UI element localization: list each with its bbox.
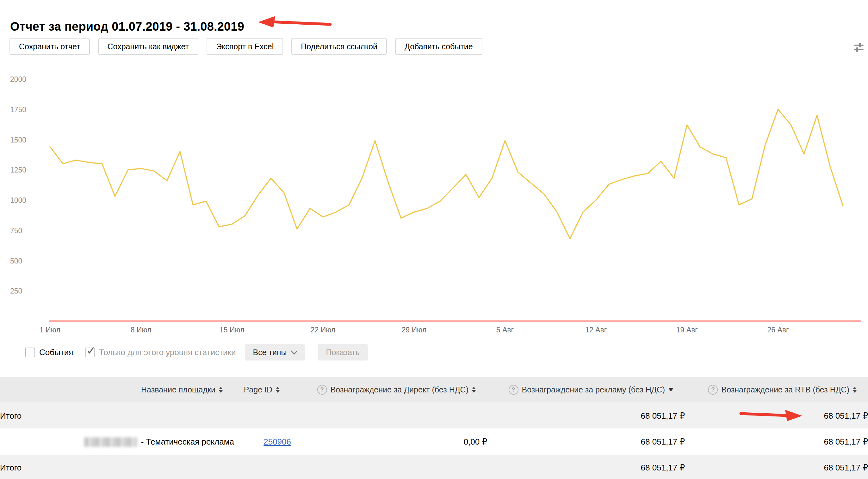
column-header-ads-reward[interactable]: Вознаграждение за рекламу (без НДС) (487, 377, 685, 403)
show-button[interactable]: Показать (318, 344, 368, 361)
sort-icon[interactable] (853, 387, 857, 393)
events-checkbox-label: События (39, 348, 73, 357)
sort-desc-icon[interactable] (669, 388, 674, 391)
add-event-button[interactable]: Добавить событие (395, 38, 483, 55)
site-direct-value: 0,00 ₽ (291, 429, 487, 455)
sort-icon[interactable] (472, 387, 476, 393)
y-axis-label: 1500 (10, 136, 26, 144)
blurred-site-name (84, 437, 137, 447)
y-axis-label: 1250 (10, 166, 26, 174)
y-axis-label: 2000 (10, 75, 26, 83)
sort-icon[interactable] (276, 387, 280, 393)
share-link-button[interactable]: Поделиться ссылкой (291, 38, 387, 55)
level-only-checkbox[interactable]: Только для этого уровня статистики (85, 348, 236, 357)
events-checkbox-box[interactable] (25, 348, 35, 357)
y-axis-label: 1000 (10, 196, 26, 204)
total-label: Итого (0, 455, 234, 479)
y-axis-label: 1750 (10, 106, 26, 114)
total-rtb-value: 68 051,17 ₽ (685, 403, 868, 429)
site-ads-value: 68 051,17 ₽ (487, 429, 685, 455)
table-header-row: Название площадки Page ID Вознаграждение… (0, 377, 868, 403)
total-direct-value (291, 403, 487, 429)
x-axis-label: 22 Июл (311, 326, 336, 334)
total-ads-value: 68 051,17 ₽ (487, 403, 685, 429)
site-name-cell: - Тематическая реклама (0, 429, 234, 455)
x-axis-label: 26 Авг (767, 326, 789, 334)
help-icon[interactable] (509, 385, 519, 395)
total-ads-value: 68 051,17 ₽ (487, 455, 685, 479)
table-row-site: - Тематическая реклама 250906 0,00 ₽ 68 … (0, 429, 868, 455)
total-direct-value (291, 455, 487, 479)
column-header-site-name[interactable]: Название площадки (0, 377, 234, 403)
total-rtb-value: 68 051,17 ₽ (685, 455, 868, 479)
x-axis-label: 29 Июл (401, 326, 426, 334)
y-axis-label: 250 (10, 287, 22, 295)
level-only-checkbox-label: Только для этого уровня статистики (99, 348, 236, 357)
chart-controls: События Только для этого уровня статисти… (25, 343, 368, 362)
revenue-line-series (50, 109, 843, 239)
total-label: Итого (0, 403, 234, 429)
save-report-button[interactable]: Сохранить отчет (9, 38, 90, 55)
save-as-widget-button[interactable]: Сохранить как виджет (98, 38, 199, 55)
report-toolbar: Сохранить отчет Сохранить как виджет Экс… (9, 38, 483, 55)
table-row-total-top: Итого 68 051,17 ₽ 68 051,17 ₽ (0, 403, 868, 429)
chevron-down-icon (291, 348, 298, 355)
y-axis-label: 750 (10, 227, 22, 235)
x-axis-label: 15 Июл (220, 326, 245, 334)
x-axis-label: 5 Авг (496, 326, 514, 334)
line-chart-canvas[interactable]: 250500750100012501500175020001 Июл8 Июл1… (0, 66, 868, 338)
x-axis-label: 12 Авг (585, 326, 607, 334)
column-header-rtb-reward[interactable]: Вознаграждение за RTB (без НДС) (685, 377, 868, 403)
column-header-page-id[interactable]: Page ID (234, 377, 291, 403)
event-types-dropdown[interactable]: Все типы (245, 344, 305, 361)
x-axis-label: 19 Авг (676, 326, 698, 334)
page-title: Отчет за период 01.07.2019 - 31.08.2019 (10, 20, 244, 33)
page-id-link[interactable]: 250906 (264, 437, 291, 446)
x-axis-label: 1 Июл (39, 326, 60, 334)
help-icon[interactable] (708, 385, 718, 395)
sort-icon[interactable] (219, 387, 223, 393)
site-name-suffix: - Тематическая реклама (141, 437, 234, 446)
chart-settings-sliders-icon[interactable] (854, 42, 864, 53)
x-axis-label: 8 Июл (131, 326, 152, 334)
revenue-line-chart[interactable]: 250500750100012501500175020001 Июл8 Июл1… (0, 66, 868, 338)
events-checkbox[interactable]: События (25, 348, 73, 357)
red-arrow-annotation-title (255, 14, 334, 30)
table-row-total-bottom: Итого 68 051,17 ₽ 68 051,17 ₽ (0, 455, 868, 479)
level-only-checkbox-box[interactable] (85, 348, 95, 357)
y-axis-label: 500 (10, 257, 22, 265)
site-rtb-value: 68 051,17 ₽ (685, 429, 868, 455)
column-header-direct-reward[interactable]: Вознаграждение за Директ (без НДС) (291, 377, 487, 403)
report-table: Название площадки Page ID Вознаграждение… (0, 377, 868, 479)
event-types-dropdown-value: Все типы (253, 348, 287, 357)
export-excel-button[interactable]: Экспорт в Excel (207, 38, 283, 55)
help-icon[interactable] (317, 385, 327, 395)
